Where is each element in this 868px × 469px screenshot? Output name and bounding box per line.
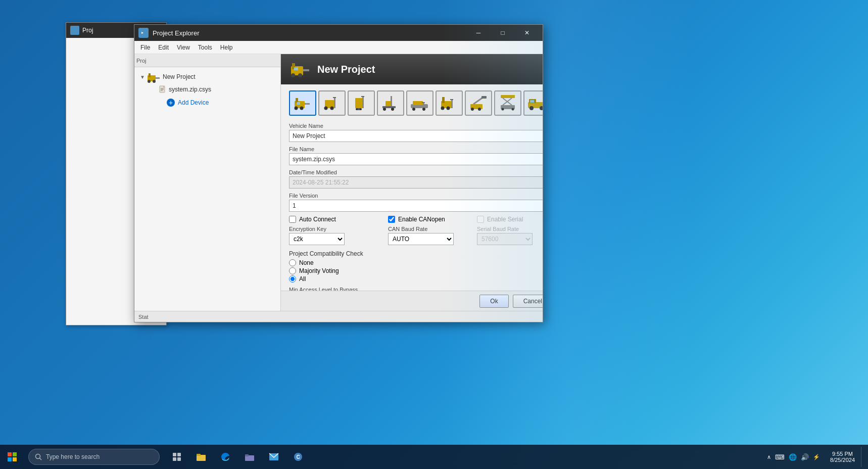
app6-button[interactable]: C xyxy=(287,446,309,468)
vehicle-icon-8[interactable] xyxy=(494,90,521,116)
auto-connect-checkbox[interactable] xyxy=(289,216,296,223)
maximize-button[interactable]: □ xyxy=(491,25,514,41)
minimize-button[interactable]: ─ xyxy=(467,25,490,41)
dialog-title: New Project xyxy=(317,64,375,75)
svg-text:C: C xyxy=(296,454,300,460)
vehicle-icon-1[interactable] xyxy=(289,90,316,116)
svg-rect-69 xyxy=(13,452,17,456)
window-title: Project Explorer xyxy=(153,29,467,37)
project-tree-icon xyxy=(147,70,161,83)
svg-rect-71 xyxy=(13,457,17,461)
svg-rect-48 xyxy=(451,99,453,108)
svg-rect-23 xyxy=(297,102,300,105)
compat-all-radio[interactable] xyxy=(289,275,296,283)
file-manager-button[interactable] xyxy=(238,446,261,468)
add-device-button[interactable]: + Add Device xyxy=(151,96,276,110)
keyboard-icon[interactable]: ⌨ xyxy=(775,453,785,461)
vehicle-icon-6[interactable] xyxy=(436,90,463,116)
cancel-button[interactable]: Cancel xyxy=(513,295,543,308)
edge-icon xyxy=(220,452,230,462)
svg-rect-25 xyxy=(334,97,335,108)
svg-point-6 xyxy=(153,80,156,83)
project-tree-label: New Project xyxy=(163,73,196,80)
file-name-label: File Name xyxy=(289,146,543,152)
menu-edit[interactable]: Edit xyxy=(154,42,173,53)
file-name-input[interactable] xyxy=(289,153,543,165)
vehicle-icon-3[interactable] xyxy=(348,90,375,116)
panel-toolbar-label: Proj xyxy=(136,58,147,64)
file-version-input[interactable] xyxy=(289,200,543,212)
network-icon[interactable]: 🌐 xyxy=(789,453,797,461)
vehicle-svg-1 xyxy=(293,94,313,112)
task-view-button[interactable] xyxy=(166,446,188,468)
app-icon xyxy=(138,28,149,38)
system-file-node: · system.zip.csys xyxy=(149,84,278,95)
vehicle-icon-2[interactable] xyxy=(318,90,346,116)
enable-canopen-checkbox[interactable] xyxy=(388,216,395,223)
compat-majority-label: Majority Voting xyxy=(299,267,339,274)
start-button[interactable] xyxy=(0,445,24,469)
show-desktop-button[interactable] xyxy=(861,447,864,467)
svg-point-5 xyxy=(148,80,151,83)
vehicle-icon-4[interactable] xyxy=(377,90,404,116)
file-expand-placeholder: · xyxy=(151,85,159,93)
chevron-up-icon[interactable]: ∧ xyxy=(767,454,771,460)
left-panel-toolbar: Proj xyxy=(134,54,280,67)
svg-rect-43 xyxy=(422,102,425,103)
edge-browser-button[interactable] xyxy=(214,446,236,468)
file-version-label: File Version xyxy=(289,193,543,199)
auto-connect-label: Auto Connect xyxy=(299,216,336,223)
dialog-footer: Ok Cancel xyxy=(281,291,543,311)
folder-icon xyxy=(245,452,255,461)
compat-all-label: All xyxy=(299,275,306,283)
vehicle-icon-7[interactable] xyxy=(465,90,492,116)
compat-majority-radio[interactable] xyxy=(289,267,296,274)
clock[interactable]: 9:55 PM 8/25/2024 xyxy=(826,451,859,463)
svg-point-56 xyxy=(478,108,481,111)
mail-button[interactable] xyxy=(263,446,285,468)
svg-point-15 xyxy=(291,73,295,77)
menu-view[interactable]: View xyxy=(173,42,194,53)
file-explorer-button[interactable] xyxy=(190,446,212,468)
vehicle-icon-5[interactable] xyxy=(406,90,433,116)
system-file-item[interactable]: · system.zip.csys xyxy=(149,84,278,95)
min-access-label: Min Access Level to Bypass xyxy=(289,287,543,291)
ok-button[interactable]: Ok xyxy=(479,295,508,308)
compat-none-row: None xyxy=(289,259,543,266)
enable-serial-checkbox[interactable] xyxy=(477,216,484,223)
svg-point-61 xyxy=(502,108,504,111)
enable-serial-row: Enable Serial xyxy=(477,216,543,223)
close-button[interactable]: ✕ xyxy=(515,25,539,41)
svg-rect-31 xyxy=(361,96,364,97)
header-vehicle-icon xyxy=(289,58,311,80)
menu-file[interactable]: File xyxy=(136,42,154,53)
file-icon xyxy=(159,85,167,93)
app6-icon: C xyxy=(293,452,303,462)
svg-rect-30 xyxy=(362,96,364,108)
compat-all-row: All xyxy=(289,275,543,283)
volume-icon[interactable]: 🔊 xyxy=(801,453,809,461)
svg-point-50 xyxy=(441,107,445,110)
vehicle-icon-9[interactable] xyxy=(523,90,543,116)
svg-rect-76 xyxy=(173,457,176,461)
battery-icon[interactable]: ⚡ xyxy=(813,454,820,460)
svg-point-28 xyxy=(330,107,334,110)
vehicle-name-input[interactable] xyxy=(289,130,543,142)
tree-node-new-project[interactable]: ▼ New Project xyxy=(136,69,278,84)
svg-rect-81 xyxy=(245,454,249,456)
taskbar-right: ∧ ⌨ 🌐 🔊 ⚡ 9:55 PM 8/25/2024 xyxy=(763,447,868,467)
compat-majority-row: Majority Voting xyxy=(289,267,543,274)
can-baud-select[interactable]: AUTO 125K 250K 500K 1M xyxy=(388,233,454,245)
dialog-header: New Project xyxy=(281,54,543,84)
compat-none-radio[interactable] xyxy=(289,259,296,266)
project-explorer-window: Project Explorer ─ □ ✕ File Edit View To… xyxy=(134,24,543,322)
svg-point-21 xyxy=(295,107,298,110)
encryption-key-select[interactable]: c2k none custom xyxy=(289,233,345,245)
taskbar-search[interactable]: Type here to search xyxy=(28,449,160,465)
file-name-row: File Name xyxy=(289,146,543,165)
svg-rect-20 xyxy=(305,103,310,105)
enable-canopen-row: Enable CANopen xyxy=(388,216,469,223)
vehicle-svg-2 xyxy=(322,94,342,112)
menu-tools[interactable]: Tools xyxy=(194,42,216,53)
menu-help[interactable]: Help xyxy=(216,42,237,53)
